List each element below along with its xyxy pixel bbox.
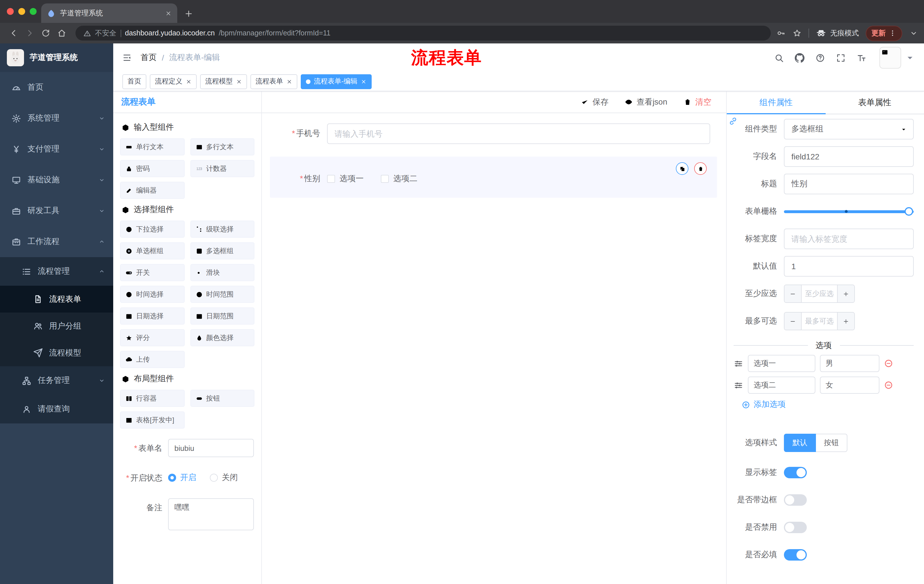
home-button[interactable] bbox=[54, 26, 70, 41]
tag-process-form-edit[interactable]: 流程表单-编辑 bbox=[301, 74, 372, 89]
widget-table-dev[interactable]: 表格[开发中] bbox=[120, 411, 185, 429]
option-1-label-input[interactable] bbox=[748, 355, 815, 372]
radio-open[interactable]: 开启 bbox=[168, 472, 196, 483]
required-toggle[interactable] bbox=[784, 549, 807, 561]
browser-update-button[interactable]: 更新 bbox=[866, 25, 902, 41]
option-2-label-input[interactable] bbox=[748, 377, 815, 394]
tag-process-model[interactable]: 流程模型 bbox=[200, 74, 247, 89]
widget-color-picker[interactable]: 颜色选择 bbox=[190, 329, 254, 346]
close-window-button[interactable] bbox=[7, 8, 14, 15]
drag-handle-icon[interactable] bbox=[734, 359, 743, 368]
decrease-button[interactable] bbox=[784, 285, 802, 302]
sidebar-item-payment[interactable]: 支付管理 bbox=[0, 134, 113, 165]
reload-button[interactable] bbox=[38, 26, 54, 41]
security-label[interactable]: 不安全 bbox=[95, 28, 116, 38]
forward-button[interactable] bbox=[22, 26, 38, 41]
widget-cascader[interactable]: 级联选择 bbox=[190, 220, 254, 238]
component-type-select[interactable]: 多选框组 bbox=[784, 119, 914, 140]
sidebar-item-task-management[interactable]: 任务管理 bbox=[0, 366, 113, 395]
decrease-button[interactable] bbox=[784, 313, 802, 330]
grid-slider[interactable] bbox=[784, 201, 914, 222]
tag-process-definition[interactable]: 流程定义 bbox=[150, 74, 197, 89]
app-logo[interactable]: 芋道管理系统 bbox=[0, 43, 113, 72]
breadcrumb-home[interactable]: 首页 bbox=[141, 53, 157, 63]
option-1-value-input[interactable] bbox=[820, 355, 879, 372]
widget-select[interactable]: 下拉选择 bbox=[120, 220, 185, 238]
show-label-toggle[interactable] bbox=[784, 467, 807, 478]
tag-process-form[interactable]: 流程表单 bbox=[251, 74, 297, 89]
field-name-input[interactable] bbox=[784, 146, 914, 167]
selected-widget-gender[interactable]: *性别 选项一 选项二 bbox=[270, 156, 717, 198]
phone-input[interactable] bbox=[327, 123, 710, 144]
font-size-icon[interactable] bbox=[856, 53, 866, 63]
widget-upload[interactable]: 上传 bbox=[120, 351, 185, 368]
checkbox-option-2[interactable]: 选项二 bbox=[381, 174, 417, 184]
widget-row-container[interactable]: 行容器 bbox=[120, 390, 185, 407]
widget-checkbox-group[interactable]: 多选框组 bbox=[190, 242, 254, 260]
widget-editor[interactable]: 编辑器 bbox=[120, 182, 185, 199]
checkbox-box[interactable] bbox=[327, 175, 335, 183]
min-stepper-value[interactable]: 至少应选 bbox=[802, 285, 837, 302]
sidebar-item-infrastructure[interactable]: 基础设施 bbox=[0, 165, 113, 196]
widget-password[interactable]: 密码 bbox=[120, 160, 185, 177]
increase-button[interactable] bbox=[837, 313, 854, 330]
drag-handle-icon[interactable] bbox=[734, 380, 743, 390]
user-menu[interactable] bbox=[879, 47, 915, 69]
close-tab-icon[interactable] bbox=[165, 10, 172, 16]
search-icon[interactable] bbox=[774, 53, 784, 63]
remove-option-icon[interactable] bbox=[884, 359, 893, 368]
close-icon[interactable] bbox=[186, 79, 191, 84]
option-2-value-input[interactable] bbox=[820, 377, 879, 394]
style-button-button[interactable]: 按钮 bbox=[816, 434, 847, 452]
sidebar-item-leave-query[interactable]: 请假查询 bbox=[0, 395, 113, 423]
minimize-window-button[interactable] bbox=[18, 8, 25, 15]
form-name-input[interactable] bbox=[168, 439, 254, 457]
widget-multi-line-text[interactable]: 多行文本 bbox=[190, 138, 254, 155]
checkbox-option-1[interactable]: 选项一 bbox=[327, 174, 364, 184]
sidebar-item-workflow[interactable]: 工作流程 bbox=[0, 226, 113, 257]
default-value-input[interactable] bbox=[784, 256, 914, 276]
widget-time-range[interactable]: 时间范围 bbox=[190, 286, 254, 303]
widget-counter[interactable]: 计数器 bbox=[190, 160, 254, 177]
add-option-button[interactable]: 添加选项 bbox=[742, 400, 914, 410]
toolbar-overflow-chevron-icon[interactable] bbox=[909, 29, 918, 38]
label-width-input[interactable] bbox=[784, 229, 914, 249]
save-button[interactable]: 保存 bbox=[581, 97, 609, 107]
tab-component-props[interactable]: 组件属性 bbox=[727, 91, 825, 114]
sidebar-item-process-form[interactable]: 流程表单 bbox=[0, 286, 113, 313]
radio-closed[interactable]: 关闭 bbox=[210, 472, 238, 483]
widget-date-picker[interactable]: 日期选择 bbox=[120, 308, 185, 324]
bookmark-star-icon[interactable] bbox=[792, 29, 802, 38]
style-default-button[interactable]: 默认 bbox=[784, 434, 816, 452]
close-icon[interactable] bbox=[287, 79, 292, 84]
widget-switch[interactable]: 开关 bbox=[120, 264, 185, 281]
fullscreen-icon[interactable] bbox=[836, 53, 846, 63]
checkbox-box[interactable] bbox=[381, 175, 389, 183]
sidebar-item-system[interactable]: 系统管理 bbox=[0, 103, 113, 134]
browser-menu-kebab-icon[interactable] bbox=[889, 29, 896, 37]
widget-radio-group[interactable]: 单选框组 bbox=[120, 242, 185, 260]
sidebar-item-process-model[interactable]: 流程模型 bbox=[0, 339, 113, 366]
help-icon[interactable] bbox=[815, 53, 825, 63]
github-icon[interactable] bbox=[795, 53, 805, 63]
widget-single-line-text[interactable]: 单行文本 bbox=[120, 138, 185, 155]
password-key-icon[interactable] bbox=[777, 29, 785, 38]
widget-rate[interactable]: 评分 bbox=[120, 329, 185, 346]
close-icon[interactable] bbox=[236, 79, 242, 84]
sidebar-item-home[interactable]: 首页 bbox=[0, 72, 113, 103]
collapse-sidebar-icon[interactable] bbox=[122, 53, 132, 62]
maximize-window-button[interactable] bbox=[30, 8, 36, 15]
slider-handle[interactable] bbox=[904, 207, 913, 216]
sidebar-item-process-management[interactable]: 流程管理 bbox=[0, 257, 113, 286]
browser-tab[interactable]: 芋道管理系统 bbox=[41, 3, 177, 23]
tag-home[interactable]: 首页 bbox=[122, 74, 146, 89]
max-stepper-value[interactable]: 最多可选 bbox=[802, 313, 837, 330]
view-json-button[interactable]: 查看json bbox=[625, 97, 667, 107]
increase-button[interactable] bbox=[837, 285, 854, 302]
sidebar-item-user-group[interactable]: 用户分组 bbox=[0, 313, 113, 339]
url-field[interactable]: 不安全 dashboard.yudao.iocoder.cn/bpm/manag… bbox=[76, 26, 771, 41]
sidebar-item-devtools[interactable]: 研发工具 bbox=[0, 196, 113, 226]
delete-widget-button[interactable] bbox=[694, 162, 707, 175]
tab-form-props[interactable]: 表单属性 bbox=[825, 91, 924, 114]
back-button[interactable] bbox=[6, 26, 22, 41]
